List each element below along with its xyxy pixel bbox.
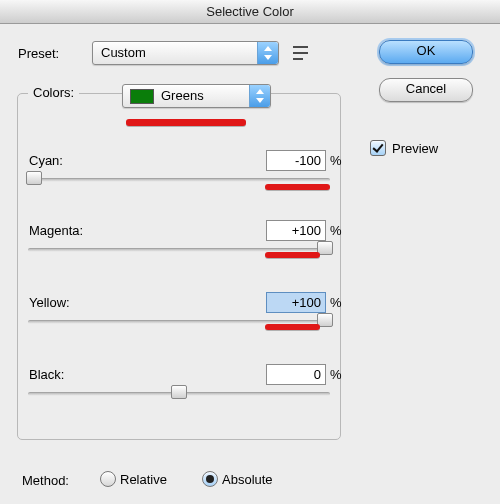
cyan-slider-thumb[interactable] xyxy=(26,171,42,185)
preset-label: Preset: xyxy=(18,46,59,61)
ok-button[interactable]: OK xyxy=(379,40,473,64)
preset-select[interactable]: Custom xyxy=(92,41,279,65)
annotation-mark xyxy=(265,324,320,330)
cancel-button[interactable]: Cancel xyxy=(379,78,473,102)
preview-checkbox[interactable] xyxy=(370,140,386,156)
method-absolute-option[interactable]: Absolute xyxy=(202,471,273,487)
color-swatch-icon xyxy=(130,89,154,104)
colors-value: Greens xyxy=(161,88,204,103)
cyan-input[interactable] xyxy=(266,150,326,171)
preset-menu-icon[interactable] xyxy=(293,46,308,60)
black-unit: % xyxy=(330,367,342,382)
annotation-mark xyxy=(265,252,320,258)
yellow-input[interactable] xyxy=(266,292,326,313)
window-title: Selective Color xyxy=(0,0,500,24)
magenta-input[interactable] xyxy=(266,220,326,241)
preset-value: Custom xyxy=(101,45,146,60)
method-relative-label: Relative xyxy=(120,472,167,487)
preview-label: Preview xyxy=(392,141,438,156)
chevron-updown-icon xyxy=(257,42,278,64)
preview-row: Preview xyxy=(370,140,438,156)
yellow-label: Yellow: xyxy=(29,295,70,310)
colors-select[interactable]: Greens xyxy=(122,84,271,108)
black-slider-thumb[interactable] xyxy=(171,385,187,399)
annotation-mark xyxy=(265,184,330,190)
method-label: Method: xyxy=(22,473,69,488)
chevron-updown-icon xyxy=(249,85,270,107)
method-absolute-label: Absolute xyxy=(222,472,273,487)
annotation-mark xyxy=(126,119,246,126)
cyan-slider-track[interactable] xyxy=(28,178,330,182)
dialog-content: Preset: Custom OK Cancel Preview Colors:… xyxy=(0,23,500,504)
black-input[interactable] xyxy=(266,364,326,385)
method-relative-option[interactable]: Relative xyxy=(100,471,167,487)
cyan-unit: % xyxy=(330,153,342,168)
colors-label: Colors: xyxy=(28,85,79,100)
radio-icon xyxy=(100,471,116,487)
cyan-label: Cyan: xyxy=(29,153,63,168)
radio-icon xyxy=(202,471,218,487)
black-label: Black: xyxy=(29,367,64,382)
yellow-unit: % xyxy=(330,295,342,310)
magenta-label: Magenta: xyxy=(29,223,83,238)
magenta-unit: % xyxy=(330,223,342,238)
